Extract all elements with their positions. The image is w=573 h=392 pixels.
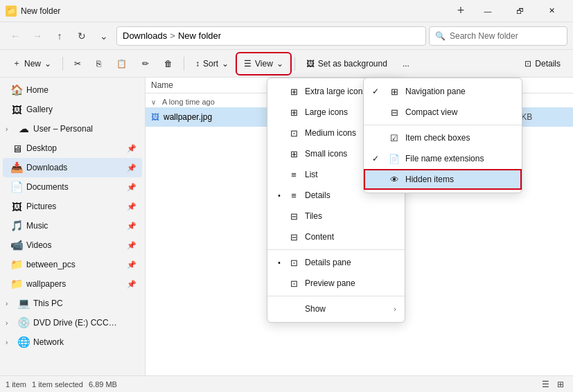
toolbar: ＋ New ⌄ ✂ ⎘ 📋 ✏ 🗑 ↕ Sort ⌄ ☰ View ⌄ 🖼 Se… bbox=[0, 50, 573, 78]
status-bar: 1 item 1 item selected 6.89 MB ☰ ⊞ bbox=[0, 375, 573, 392]
checkboxes-icon: ☑ bbox=[389, 132, 400, 143]
expand-this-pc-icon: › bbox=[6, 300, 14, 308]
submenu-item-label: Navigation pane bbox=[405, 87, 466, 96]
menu-item-label: Preview pane bbox=[305, 278, 355, 288]
sort-label: Sort bbox=[203, 59, 218, 69]
menu-item-label: Large icons bbox=[305, 107, 348, 117]
new-button[interactable]: ＋ New ⌄ bbox=[6, 53, 58, 74]
view-button[interactable]: ☰ View ⌄ bbox=[237, 53, 290, 74]
pin-icon-docs: 📌 bbox=[127, 183, 136, 192]
search-box[interactable]: 🔍 Search New folder bbox=[429, 26, 567, 46]
copy-button[interactable]: ⎘ bbox=[89, 53, 108, 74]
sidebar-item-home[interactable]: 🏠 Home bbox=[3, 80, 142, 100]
sidebar-item-label: Desktop bbox=[26, 143, 57, 153]
breadcrumb-downloads[interactable]: Downloads bbox=[123, 30, 167, 41]
details-panel-button[interactable]: ⊡ Details bbox=[518, 53, 567, 74]
submenu-item-compact-view[interactable]: ⊟ Compact view bbox=[364, 102, 522, 123]
sidebar-item-pictures[interactable]: 🖼 Pictures 📌 bbox=[3, 197, 142, 216]
sidebar-item-music[interactable]: 🎵 Music 📌 bbox=[3, 216, 142, 235]
paste-button[interactable]: 📋 bbox=[109, 53, 134, 74]
back-button[interactable]: ← bbox=[6, 26, 25, 46]
music-icon: 🎵 bbox=[11, 220, 22, 231]
checkmark-nav: ✓ bbox=[372, 87, 383, 96]
menu-item-label: Medium icons bbox=[305, 128, 356, 138]
checkmark-ext: ✓ bbox=[372, 154, 383, 163]
up-button[interactable]: ↑ bbox=[50, 26, 69, 46]
window-controls: — 🗗 ✕ bbox=[472, 0, 567, 22]
pin-icon: 📌 bbox=[127, 144, 136, 153]
large-view-toggle[interactable]: ⊞ bbox=[554, 378, 567, 391]
show-submenu: ✓ ⊞ Navigation pane ⊟ Compact view ☑ Ite… bbox=[363, 78, 522, 193]
pictures-icon: 🖼 bbox=[11, 201, 22, 212]
delete-button[interactable]: 🗑 bbox=[157, 53, 179, 74]
file-ext-icon: 📄 bbox=[389, 153, 400, 164]
gallery-icon: 🖼 bbox=[11, 104, 22, 115]
view-toggle: ☰ ⊞ bbox=[538, 378, 567, 391]
search-placeholder: Search New folder bbox=[450, 31, 518, 41]
sidebar-item-dvd-drive[interactable]: › 💿 DVD Drive (E:) CCCOMA_X64FRE_EN... bbox=[3, 313, 142, 332]
details-view-toggle[interactable]: ☰ bbox=[538, 378, 552, 391]
more-icon: ... bbox=[403, 59, 409, 69]
menu-item-show[interactable]: Show › bbox=[267, 299, 405, 319]
rename-button[interactable]: ✏ bbox=[135, 53, 156, 74]
sort-button[interactable]: ↕ Sort ⌄ bbox=[188, 53, 236, 74]
menu-item-content[interactable]: ⊟ Content bbox=[267, 226, 405, 247]
window-title: New folder bbox=[21, 6, 450, 16]
refresh-button[interactable]: ↻ bbox=[72, 26, 91, 46]
submenu-item-file-extensions[interactable]: ✓ 📄 File name extensions bbox=[364, 148, 522, 169]
separator-3 bbox=[294, 57, 295, 71]
menu-item-details-pane[interactable]: • ⊡ Details pane bbox=[267, 252, 405, 273]
details-pane-icon: ⊡ bbox=[288, 257, 299, 268]
submenu-item-nav-pane[interactable]: ✓ ⊞ Navigation pane bbox=[364, 81, 522, 102]
sidebar-item-gallery[interactable]: 🖼 Gallery bbox=[3, 100, 142, 119]
sidebar-item-label: DVD Drive (E:) CCCOMA_X64FRE_EN... bbox=[33, 318, 123, 328]
view-dropdown-icon: ⌄ bbox=[276, 59, 283, 69]
menu-item-label: Details bbox=[305, 190, 330, 200]
sidebar-item-documents[interactable]: 📄 Documents 📌 bbox=[3, 177, 142, 197]
maximize-button[interactable]: 🗗 bbox=[504, 0, 536, 22]
sidebar-item-videos[interactable]: 📹 Videos 📌 bbox=[3, 235, 142, 255]
set-background-button[interactable]: 🖼 Set as background bbox=[299, 53, 394, 74]
sort-dropdown-icon: ⌄ bbox=[222, 59, 229, 69]
new-tab-button[interactable]: + bbox=[450, 0, 472, 22]
view-icon: ☰ bbox=[244, 59, 252, 69]
forward-button[interactable]: → bbox=[28, 26, 47, 46]
menu-item-label: List bbox=[305, 170, 318, 179]
close-button[interactable]: ✕ bbox=[536, 0, 567, 22]
sidebar-item-between-pcs[interactable]: 📁 between_pcs 📌 bbox=[3, 255, 142, 274]
menu-item-label: Details pane bbox=[305, 258, 351, 267]
sidebar-item-network[interactable]: › 🌐 Network bbox=[3, 332, 142, 352]
details-icon: ≡ bbox=[288, 190, 299, 201]
this-pc-icon: 💻 bbox=[18, 298, 29, 309]
details-panel-icon: ⊡ bbox=[524, 59, 531, 69]
more-button[interactable]: ... bbox=[396, 53, 416, 74]
sidebar-item-desktop[interactable]: 🖥 Desktop 📌 bbox=[3, 139, 142, 158]
sidebar-item-user-personal[interactable]: › ☁ User – Personal bbox=[3, 119, 142, 139]
location-history-button[interactable]: ⌄ bbox=[94, 26, 114, 46]
minimize-button[interactable]: — bbox=[472, 0, 504, 22]
menu-item-tiles[interactable]: ⊟ Tiles bbox=[267, 206, 405, 226]
submenu-item-hidden-items[interactable]: 👁 Hidden items bbox=[364, 169, 522, 190]
desktop-icon: 🖥 bbox=[11, 143, 22, 154]
sidebar-item-downloads[interactable]: 📥 Downloads 📌 bbox=[3, 158, 142, 177]
sidebar-item-this-pc[interactable]: › 💻 This PC bbox=[3, 294, 142, 313]
menu-item-preview-pane[interactable]: ⊡ Preview pane bbox=[267, 273, 405, 294]
submenu-item-label: Compact view bbox=[405, 107, 457, 117]
sort-icon: ↕ bbox=[195, 59, 200, 69]
pin-icon-downloads: 📌 bbox=[127, 163, 136, 172]
separator-2 bbox=[184, 57, 184, 71]
section-expand-icon[interactable]: ∨ bbox=[151, 98, 159, 106]
submenu-item-checkboxes[interactable]: ☑ Item check boxes bbox=[364, 127, 522, 148]
breadcrumb[interactable]: Downloads > New folder bbox=[116, 26, 426, 46]
show-icon bbox=[288, 303, 299, 314]
breadcrumb-new-folder[interactable]: New folder bbox=[178, 30, 221, 41]
menu-separator-2 bbox=[267, 296, 405, 296]
sidebar-item-wallpapers[interactable]: 📁 wallpapers 📌 bbox=[3, 274, 142, 294]
cut-button[interactable]: ✂ bbox=[67, 53, 88, 74]
downloads-icon: 📥 bbox=[11, 162, 22, 173]
expand-dvd-icon: › bbox=[6, 319, 14, 327]
submenu-arrow: › bbox=[394, 305, 396, 313]
cloud-icon: ☁ bbox=[18, 123, 29, 134]
sidebar-item-label: Network bbox=[33, 337, 64, 347]
sidebar-item-label: Home bbox=[26, 85, 49, 95]
